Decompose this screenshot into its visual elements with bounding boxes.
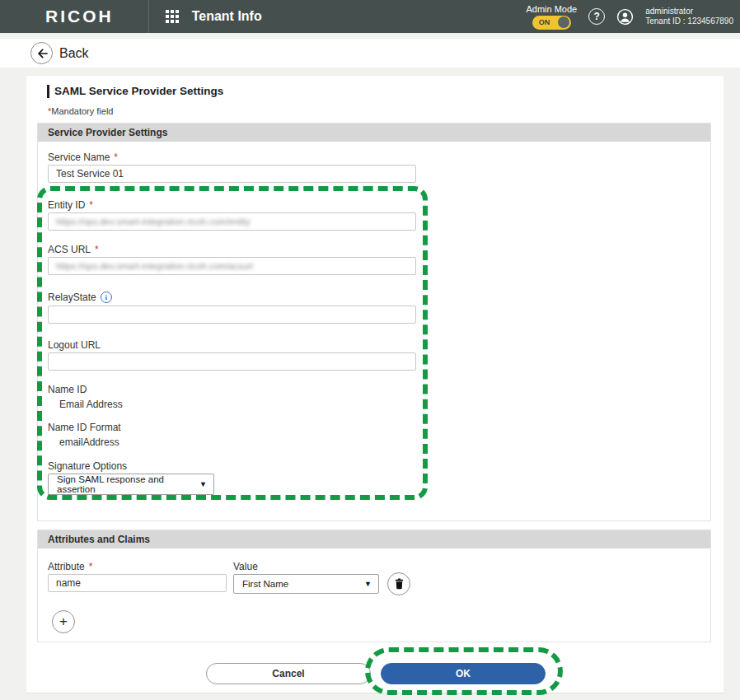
dropdown-arrow-icon: ▼: [364, 580, 372, 588]
back-button[interactable]: [30, 42, 53, 64]
trash-icon: [394, 578, 405, 590]
relay-state-input[interactable]: [48, 306, 416, 324]
user-info: administrator Tenant ID : 1234567890: [645, 7, 733, 26]
ricoh-logo: RICOH: [45, 7, 114, 26]
saml-settings-page: RICOH Tenant Info Admin Mode ON ? admini…: [0, 0, 740, 700]
admin-mode-block: Admin Mode ON: [526, 4, 577, 30]
admin-mode-toggle[interactable]: ON: [532, 16, 571, 30]
signature-options-dropdown[interactable]: Sign SAML response and assertion ▼: [48, 474, 214, 495]
dropdown-arrow-icon: ▼: [199, 480, 207, 488]
content-panel: SAML Service Provider Settings *Mandator…: [26, 76, 724, 693]
name-id-label: Name ID: [48, 384, 87, 395]
attribute-label: Attribute *: [48, 561, 92, 572]
header-right-group: Admin Mode ON ? administrator Tenant ID …: [526, 4, 733, 30]
back-bar: Back: [0, 39, 740, 68]
acs-url-input[interactable]: https://sps.dev.smart-integration.ricoh.…: [48, 257, 416, 275]
name-id-format-value: emailAddress: [59, 436, 119, 448]
entity-id-input[interactable]: https://sps.dev.smart-integration.ricoh.…: [48, 212, 416, 231]
value-label: Value: [233, 561, 258, 572]
section-header: Attributes and Claims: [38, 530, 710, 548]
info-icon[interactable]: i: [101, 292, 112, 303]
add-row-button[interactable]: +: [52, 610, 75, 633]
attribute-input[interactable]: [48, 574, 227, 592]
logout-url-label: Logout URL: [48, 339, 101, 351]
section-header: Service Provider Settings: [38, 124, 710, 142]
plus-icon: +: [59, 614, 68, 628]
signature-options-label: Signature Options: [48, 460, 127, 472]
help-icon[interactable]: ?: [588, 8, 605, 25]
section-attributes-claims: Attributes and Claims Attribute * Value …: [37, 530, 711, 642]
user-name: administrator: [645, 7, 733, 16]
delete-row-button[interactable]: [387, 572, 410, 595]
mandatory-note: *Mandatory field: [48, 106, 114, 116]
toggle-knob: [558, 16, 569, 28]
toggle-on-label: ON: [539, 18, 550, 26]
back-arrow-icon: [35, 47, 49, 60]
page-header-title: Tenant Info: [192, 9, 262, 24]
cancel-button[interactable]: Cancel: [206, 663, 371, 684]
page-title: SAML Service Provider Settings: [47, 85, 223, 98]
entity-id-redacted-value: https://sps.dev.smart-integration.ricoh.…: [56, 217, 251, 226]
admin-mode-label: Admin Mode: [526, 4, 577, 14]
user-icon[interactable]: [616, 8, 634, 26]
app-grid-icon[interactable]: [166, 10, 179, 23]
ok-button[interactable]: OK: [381, 663, 546, 684]
header-divider: [148, 0, 149, 33]
section-service-provider-settings: Service Provider Settings Service Name *…: [37, 123, 711, 521]
logout-url-input[interactable]: [48, 352, 416, 371]
value-dropdown[interactable]: First Name ▼: [233, 574, 379, 594]
name-id-format-label: Name ID Format: [48, 422, 121, 433]
entity-id-label: Entity ID *: [48, 199, 93, 211]
app-header: RICOH Tenant Info Admin Mode ON ? admini…: [0, 0, 740, 33]
service-name-label: Service Name *: [48, 152, 118, 163]
tenant-id: Tenant ID : 1234567890: [645, 16, 733, 26]
name-id-value: Email Address: [59, 399, 123, 410]
back-label[interactable]: Back: [59, 46, 89, 61]
relay-state-label: RelayState i: [48, 292, 112, 303]
acs-url-redacted-value: https://sps.dev.smart-integration.ricoh.…: [56, 261, 253, 271]
acs-url-label: ACS URL *: [48, 244, 99, 255]
service-name-input[interactable]: [48, 165, 416, 183]
